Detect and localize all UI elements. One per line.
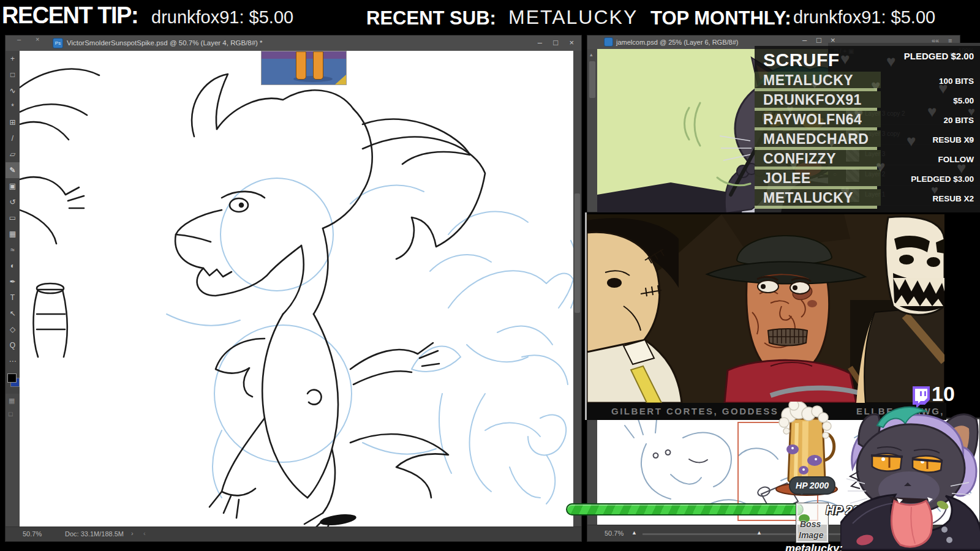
screen-mode-icon[interactable]: □ [9, 410, 13, 418]
panel-collapse-icon[interactable]: «« [932, 37, 939, 44]
boss-image-label: Image [799, 530, 823, 540]
zoom-level[interactable]: 50.7% [23, 530, 42, 538]
zoom-level[interactable]: 50.7% [605, 530, 624, 537]
foreground-color-swatch[interactable] [7, 373, 17, 383]
donation-ticker: RECENT TIP: drunkfox91: $5.00 RECENT SUB… [0, 0, 980, 35]
supporter-name: JOLEE [763, 170, 811, 187]
supporter-name: METALUCKY [763, 72, 853, 89]
hp-bubble-text: HP 2000 [796, 481, 829, 490]
supporter-name: DRUNKFOX91 [763, 92, 862, 108]
panel-close-icon[interactable]: × [831, 36, 835, 44]
recent-tip-label: RECENT TIP: [2, 2, 138, 29]
boss-hp-bar [566, 503, 804, 515]
doc-size-info: Doc: 33.1M/188.5M [65, 530, 124, 538]
main-canvas[interactable] [20, 51, 573, 527]
tool-lasso[interactable]: ∿ [6, 83, 20, 99]
photoshop-app-icon [605, 38, 612, 46]
cartoon-scene [587, 214, 944, 403]
recent-sub-value: METALUCKY [508, 6, 638, 29]
tool-type[interactable]: T [6, 290, 20, 305]
supporter-row: DRUNKFOX91 $5.00 [755, 91, 980, 111]
supporter-value: PLEDGED $3.00 [911, 174, 974, 184]
featured-supporter-name: SCRUFF [763, 50, 840, 70]
panel-menu-icon[interactable]: ≡ [948, 37, 952, 44]
main-titlebar[interactable]: Ps VictorSmolderSunspotSpike.psd @ 50.7%… [6, 36, 581, 51]
boss-image-label: Boss [800, 519, 821, 529]
hp-speech-bubble: HP 2000 [789, 476, 835, 495]
quick-mask-icon[interactable]: ▦ [9, 397, 15, 405]
supporter-value: RESUB X9 [932, 135, 974, 144]
supporter-row: CONFIZZY FOLLOW [755, 150, 980, 170]
tool-zoom[interactable]: Q [6, 337, 20, 353]
tool-crop[interactable]: ⊞ [6, 114, 20, 130]
photoshop-window-main: Ps VictorSmolderSunspotSpike.psd @ 50.7%… [5, 35, 582, 542]
dragon-sketch [20, 51, 573, 527]
supporter-row: JOLEE PLEDGED $3.00 [755, 170, 980, 189]
tool-smudge[interactable]: ≈ [6, 242, 20, 258]
supporter-row: MANEDCHARD RESUB X9 [755, 130, 980, 150]
minimize-icon[interactable]: – [538, 39, 542, 47]
featured-supporter-value: PLEDGED $2.00 [904, 51, 974, 61]
supporter-row: METALUCKY 100 BITS [755, 72, 980, 91]
panel-maximize-icon[interactable]: □ [816, 36, 821, 44]
tool-eraser[interactable]: ▭ [6, 210, 20, 226]
supporter-value: $5.00 [953, 96, 974, 105]
tool-history-brush[interactable]: ↺ [6, 194, 20, 210]
supporters-overlay: ♥ ♥ ♥ ♥ ♥ ♥ ♥ ♥ ♥ ♥ ♥ ♥ ♥ ♥ ♥ ♥ ♥ ♥ SCRU… [755, 46, 980, 212]
maximize-icon[interactable]: □ [553, 39, 558, 47]
status-chevron-icon[interactable]: › [131, 530, 134, 537]
photoshop-app-icon: Ps [53, 39, 62, 48]
tool-eyedropper[interactable]: / [6, 130, 20, 146]
stream-layout: Ps VictorSmolderSunspotSpike.psd @ 50.7%… [0, 0, 980, 551]
background-window-close-icon[interactable]: × [36, 36, 39, 43]
tool-path-select[interactable]: ↖ [6, 305, 20, 321]
tool-brush[interactable]: ✎ [6, 162, 20, 178]
boss-image-box: Boss Image [796, 503, 828, 542]
supporter-name: CONFIZZY [763, 151, 836, 167]
reference-image [261, 51, 347, 85]
supporter-row: RAYWOLFN64 20 BITS [755, 111, 980, 130]
close-icon[interactable]: × [569, 39, 574, 47]
chat-username: metalucky: [785, 542, 843, 551]
panel-minimize-icon[interactable]: – [802, 36, 807, 44]
main-statusbar: 50.7% Doc: 33.1M/188.5M › ‹ [6, 527, 581, 541]
video-overlay[interactable]: GILBERT CORTES, GODDESS CHA ELLBE AWG, [585, 212, 946, 420]
document-title: jamelcom.psd @ 25% (Layer 6, RGB/8#) [616, 39, 738, 46]
top-monthly-label: TOP MONTHLY: [650, 7, 791, 29]
supporter-name: MANEDCHARD [763, 131, 869, 148]
tool-pen[interactable]: ✒ [6, 274, 20, 290]
heart-icon: ♥ [886, 52, 895, 71]
supporter-value: RESUB X2 [932, 194, 974, 203]
tool-marquee[interactable]: □ [6, 67, 20, 83]
tool-move[interactable]: + [6, 51, 20, 67]
tool-dodge[interactable]: ◐ [6, 258, 20, 274]
supporter-value: 100 BITS [939, 77, 974, 86]
supporter-name: RAYWOLFN64 [763, 111, 862, 128]
status-back-icon[interactable]: ‹ [143, 530, 146, 537]
left-scrollbar[interactable]: ▴ [587, 49, 597, 212]
supporter-row: METALUCKY RESUB X2 [755, 189, 980, 209]
background-window-minimize-icon[interactable]: – [17, 36, 21, 43]
tool-healing-brush[interactable]: ▱ [6, 146, 20, 162]
vertical-scrollbar[interactable] [573, 51, 581, 527]
scroll-marker-icon: ▲ [631, 530, 637, 536]
tool-gradient[interactable]: ▦ [6, 226, 20, 242]
supporter-value: 20 BITS [943, 116, 974, 125]
scroll-marker-icon: ▲ [756, 530, 762, 536]
left-scrollbar[interactable] [587, 418, 597, 541]
heart-icon: ♥ [840, 50, 850, 69]
tool-palette: + □ ∿ * ⊞ / ▱ ✎ ▣ ↺ ▭ ▦ ≈ ◐ ✒ T ↖ ◇ Q ⋯ [6, 51, 20, 394]
document-title: VictorSmolderSunspotSpike.psd @ 50.7% (L… [67, 39, 263, 47]
recent-sub-label: RECENT SUB: [366, 7, 496, 29]
tool-more[interactable]: ⋯ [6, 353, 20, 369]
top-monthly-value: drunkfox91: $5.00 [793, 7, 935, 28]
tool-magic-wand[interactable]: * [6, 99, 20, 114]
recent-tip-value: drunkfox91: $5.00 [151, 7, 293, 28]
mascot-cat [840, 398, 980, 551]
supporter-name: METALUCKY [763, 190, 853, 206]
supporter-value: FOLLOW [938, 155, 974, 164]
tool-shape[interactable]: ◇ [6, 321, 20, 337]
tool-clone-stamp[interactable]: ▣ [6, 178, 20, 194]
